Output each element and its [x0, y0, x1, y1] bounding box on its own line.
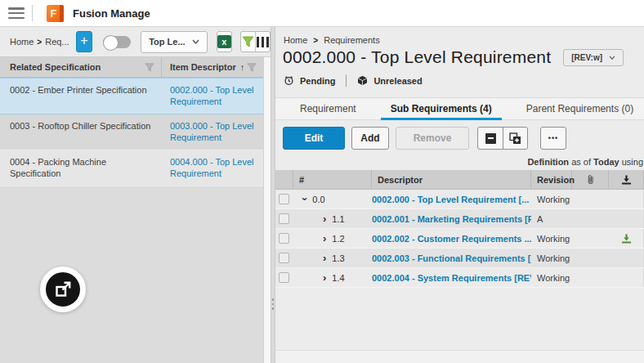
top-bar: F Fusion Manage	[0, 0, 644, 27]
table-row[interactable]: › 1.3 0002.003 - Functional Requirements…	[275, 249, 644, 268]
fusion-manage-window: F Fusion Manage Home > Req... + Top Le..…	[0, 0, 644, 363]
descriptor-link[interactable]: 0002.001 - Marketing Requirements [R...	[372, 214, 531, 224]
filter-funnel-icon	[242, 36, 254, 47]
column-header-number[interactable]: #	[293, 170, 372, 189]
add-button[interactable]: +	[76, 31, 93, 52]
revision-cell: Working	[531, 253, 572, 263]
breadcrumb: Home > Requirements	[284, 35, 380, 45]
view-toggle[interactable]	[103, 36, 131, 48]
expand-row-icon[interactable]: ›	[323, 213, 326, 224]
view-selector-dropdown[interactable]: Top Le...	[141, 31, 207, 53]
item-descriptor-link[interactable]: 0002.000 - Top Level Requirement	[170, 85, 254, 106]
left-toolbar: Home > Req... + Top Le... x	[0, 27, 271, 57]
table-row[interactable]: 0004 - Packing Machine Specification 000…	[0, 150, 263, 186]
column-header-attachments[interactable]	[572, 170, 609, 189]
row-checkbox[interactable]	[279, 272, 289, 283]
definition-note: Definition as of Today using	[527, 157, 643, 167]
add-button[interactable]: Add	[351, 127, 389, 150]
table-row[interactable]: › 1.1 0002.001 - Marketing Requirements …	[275, 209, 644, 229]
related-spec-cell: 0003 - Rooftop Chiller Specification	[0, 120, 162, 150]
column-header-revision[interactable]: Revision	[531, 170, 572, 189]
table-row[interactable]: › 1.2 0002.002 - Customer Requirements .…	[275, 229, 644, 249]
menu-button[interactable]	[8, 7, 25, 19]
breadcrumb-separator: >	[313, 36, 318, 45]
chevron-down-icon	[609, 56, 615, 60]
expand-all-button[interactable]	[503, 128, 527, 149]
expand-row-icon[interactable]: ›	[323, 253, 326, 263]
breadcrumb-current[interactable]: Requirements	[324, 35, 379, 45]
page-title: 0002.000 - Top Level Requirement	[283, 47, 551, 67]
item-descriptor-link[interactable]: 0003.000 - Top Level Requirement	[170, 121, 254, 142]
table-row[interactable]: › 1.4 0002.004 - System Requirements [RE…	[275, 268, 644, 288]
table-row[interactable]: › 0.0 0002.000 - Top Level Requirement […	[275, 190, 644, 209]
column-header-related-specification[interactable]: Related Specification	[0, 57, 162, 77]
chevron-down-icon	[192, 39, 199, 44]
column-header-working-version[interactable]	[609, 170, 644, 189]
expand-row-icon[interactable]: ›	[323, 233, 326, 244]
minus-square-icon	[485, 133, 496, 144]
breadcrumb-home-link[interactable]: Home	[10, 37, 34, 47]
related-spec-cell: 0004 - Packing Machine Specification	[0, 156, 162, 186]
revision-cell: Working	[531, 273, 572, 283]
sub-requirements-table: # Descriptor Revision	[275, 170, 644, 288]
tab-requirement[interactable]: Requirement	[283, 98, 373, 119]
left-panel-scrollbar[interactable]	[263, 57, 271, 363]
row-checkbox[interactable]	[279, 233, 289, 244]
row-checkbox[interactable]	[279, 253, 289, 263]
filter-button[interactable]	[241, 32, 255, 52]
tab-sub-requirements[interactable]: Sub Requirements (4)	[373, 98, 509, 119]
edit-button[interactable]: Edit	[283, 127, 345, 150]
breadcrumb-separator: >	[37, 38, 42, 47]
row-number: 1.3	[332, 253, 344, 263]
expand-collapse-group	[477, 127, 528, 150]
breadcrumb-home-link[interactable]: Home	[284, 35, 307, 45]
column-header-item-descriptor[interactable]: Item Descriptor ↑	[162, 57, 263, 77]
revision-selector-dropdown[interactable]: [REV:w]	[563, 49, 624, 66]
row-checkbox[interactable]	[279, 194, 289, 204]
hamburger-icon	[8, 7, 25, 10]
descriptor-link[interactable]: 0002.004 - System Requirements [REV...	[372, 273, 531, 283]
column-filter-icon[interactable]	[247, 63, 257, 72]
columns-icon	[257, 37, 270, 47]
column-header-checkbox[interactable]	[275, 170, 293, 189]
tab-bar: Requirement Sub Requirements (4) Parent …	[275, 97, 644, 120]
title-row: 0002.000 - Top Level Requirement [REV:w]	[283, 47, 624, 67]
expand-overlay-button[interactable]	[40, 267, 86, 312]
cube-icon	[357, 75, 368, 86]
fusion-logo-icon: F	[47, 5, 64, 22]
filter-columns-group	[240, 31, 271, 52]
copy-plus-icon	[509, 132, 521, 145]
column-filter-icon[interactable]	[145, 63, 154, 72]
external-link-icon	[51, 278, 74, 301]
row-number: 1.2	[332, 234, 344, 244]
row-number: 1.4	[332, 273, 344, 283]
topbar-divider	[32, 5, 33, 21]
row-checkbox[interactable]	[279, 213, 289, 224]
left-panel: Home > Req... + Top Le... x	[0, 27, 271, 363]
table-row[interactable]: 0003 - Rooftop Chiller Specification 000…	[0, 114, 263, 150]
collapse-all-button[interactable]	[478, 128, 503, 149]
more-options-button[interactable]: •••	[540, 127, 566, 150]
item-descriptor-link[interactable]: 0004.000 - Top Level Requirement	[170, 157, 254, 178]
descriptor-link[interactable]: 0002.002 - Customer Requirements ...	[372, 234, 531, 244]
tab-parent-requirements[interactable]: Parent Requirements (0)	[509, 98, 644, 119]
horizontal-scrollbar[interactable]	[275, 350, 644, 363]
workflow-status-badge: Pending	[300, 76, 335, 86]
export-excel-button[interactable]: x	[217, 31, 232, 52]
table-header: # Descriptor Revision	[275, 170, 644, 190]
column-header-descriptor[interactable]: Descriptor	[372, 170, 531, 189]
left-table-header: Related Specification Item Descriptor ↑	[0, 57, 263, 78]
right-panel: Home > Requirements 0002.000 - Top Level…	[275, 27, 644, 363]
table-row[interactable]: 0002 - Ember Printer Specification 0002.…	[0, 78, 263, 114]
expand-row-icon[interactable]: ›	[323, 272, 326, 283]
descriptor-link[interactable]: 0002.000 - Top Level Requirement [...	[372, 195, 529, 204]
collapse-row-icon[interactable]: ›	[300, 197, 311, 200]
breadcrumb: Home > Req...	[10, 37, 69, 47]
app-title: Fusion Manage	[73, 7, 150, 20]
descriptor-link[interactable]: 0002.003 - Functional Requirements [...	[372, 253, 531, 263]
breadcrumb-current[interactable]: Req...	[45, 37, 69, 47]
remove-button[interactable]: Remove	[396, 127, 469, 150]
columns-button[interactable]	[255, 32, 270, 52]
panel-drag-handle[interactable]	[271, 298, 275, 310]
revision-cell: Working	[531, 195, 572, 204]
